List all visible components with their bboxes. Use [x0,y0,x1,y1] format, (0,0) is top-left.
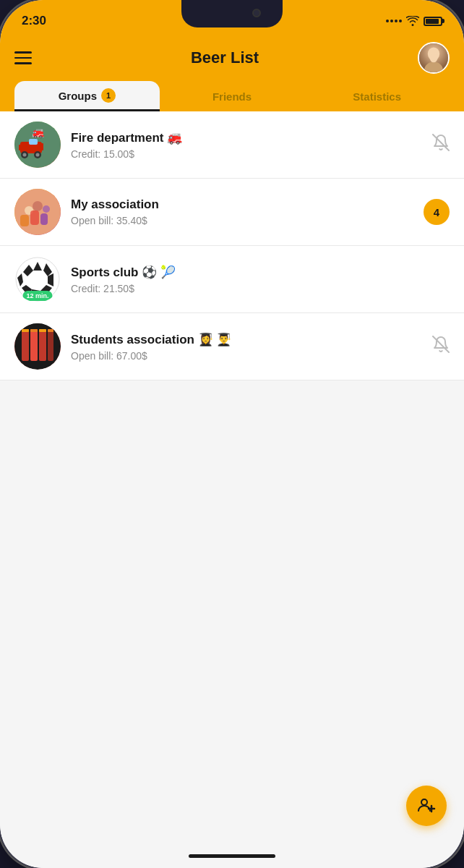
menu-line-1 [14,51,32,54]
group-status-fire: Credit: 15.00$ [71,148,422,160]
svg-rect-37 [22,329,29,332]
svg-rect-40 [48,329,53,332]
svg-point-8 [23,153,27,157]
tab-bar: Groups 1 Friends Statistics [14,81,450,111]
svg-rect-21 [40,213,48,225]
screen: 2:30 [0,0,464,868]
notification-badge: 4 [424,199,450,225]
add-person-icon [417,796,436,815]
group-info-students: Students association 👩‍🎓 👨‍🎓 Open bill: … [71,332,422,362]
svg-text:🚒: 🚒 [32,127,45,139]
front-camera [252,9,261,17]
wifi-icon [406,16,419,26]
list-item[interactable]: 12 min. Sports club ⚽ 🎾 Credit: 21.50$ [0,246,464,313]
bell-muted-icon-2 [432,336,450,357]
svg-rect-20 [30,210,39,225]
svg-point-17 [33,201,43,211]
tab-statistics-label: Statistics [353,90,401,103]
content-area: 🚒 Fire department 🚒 Credit: 15.00$ [0,111,464,843]
svg-line-14 [433,135,449,150]
svg-rect-35 [39,329,46,361]
status-time: 2:30 [22,14,46,28]
fire-avatar-image: 🚒 [14,122,61,168]
group-action-association[interactable]: 4 [424,199,450,225]
svg-rect-19 [20,215,29,226]
group-avatar-association [14,189,61,235]
svg-point-3 [430,54,438,63]
notch [181,0,283,27]
group-avatar-sports: 12 min. [14,256,61,302]
svg-rect-6 [19,145,22,150]
list-item[interactable]: 🚒 Fire department 🚒 Credit: 15.00$ [0,111,464,179]
group-info-association: My association Open bill: 35.40$ [71,197,413,226]
group-action-fire[interactable] [432,134,450,156]
svg-rect-38 [30,329,38,332]
home-bar [189,854,275,858]
menu-button[interactable] [14,51,32,64]
status-icons [386,16,442,26]
battery-icon [424,17,442,26]
time-badge: 12 min. [22,291,52,301]
svg-rect-12 [39,143,43,150]
svg-point-10 [36,153,40,157]
groups-badge: 1 [101,88,116,103]
tab-friends[interactable]: Friends [160,83,305,111]
association-avatar-image [14,189,61,235]
menu-line-2 [14,57,32,59]
svg-rect-39 [39,329,46,332]
list-item[interactable]: My association Open bill: 35.40$ 4 [0,179,464,246]
tab-groups-label: Groups 1 [59,88,116,103]
group-status-sports: Credit: 21.50$ [71,283,439,294]
app-title: Beer List [191,48,259,67]
svg-point-42 [421,799,427,805]
tab-friends-label: Friends [212,90,252,103]
signal-icon [386,20,402,22]
svg-rect-36 [48,329,53,361]
svg-line-41 [433,336,449,352]
menu-line-3 [14,62,32,64]
svg-point-18 [43,205,50,213]
svg-rect-33 [22,329,29,361]
bell-muted-icon [432,134,450,156]
svg-rect-11 [29,139,38,145]
header-top: Beer List [14,42,450,81]
group-name-association: My association [71,197,413,212]
svg-rect-34 [30,329,38,361]
group-info-fire: Fire department 🚒 Credit: 15.00$ [71,130,422,160]
home-indicator [0,843,464,868]
group-avatar-students [14,323,61,370]
tab-groups[interactable]: Groups 1 [14,81,160,111]
group-avatar-fire: 🚒 [14,122,61,168]
group-name-sports: Sports club ⚽ 🎾 [71,265,439,280]
group-name-fire: Fire department 🚒 [71,130,422,145]
students-avatar-image [14,323,61,370]
list-item[interactable]: Students association 👩‍🎓 👨‍🎓 Open bill: … [0,313,464,380]
group-info-sports: Sports club ⚽ 🎾 Credit: 21.50$ [71,265,439,294]
tab-statistics[interactable]: Statistics [304,83,450,111]
phone-frame: 2:30 [0,0,464,868]
add-group-fab[interactable] [406,786,447,826]
group-name-students: Students association 👩‍🎓 👨‍🎓 [71,332,422,347]
app-header: Beer List [0,36,464,111]
group-status-students: Open bill: 67.00$ [71,350,422,362]
group-action-students[interactable] [432,336,450,357]
group-status-association: Open bill: 35.40$ [71,215,413,226]
user-avatar[interactable] [418,42,450,74]
avatar-image [419,43,448,72]
